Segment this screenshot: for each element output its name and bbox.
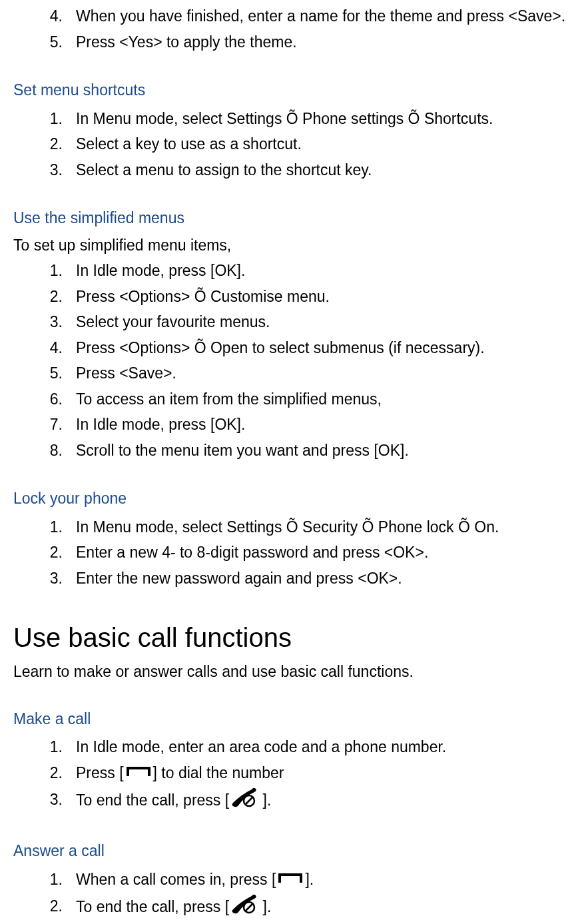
item-number: 1. [43,107,63,131]
list-item: 5. Press <Yes> to apply the theme. [55,29,573,55]
list-item: 3. Select a menu to assign to the shortc… [55,157,573,183]
item-number: 3. [43,567,63,590]
heading-lock-phone: Lock your phone [13,487,573,510]
item-number: 2. [43,541,63,564]
item-text: In Menu mode, select Settings Õ Security… [76,518,499,536]
simplified-menus-subtext: To set up simplified menu items, [13,234,573,257]
heading-set-menu-shortcuts: Set menu shortcuts [13,79,573,102]
svg-line-3 [246,904,252,911]
item-number: 1. [43,868,63,891]
item-number: 3. [43,788,63,811]
simplified-menus-list: 1. In Idle mode, press [OK]. 2. Press <O… [13,258,573,463]
item-text: In Idle mode, press [OK]. [76,262,245,279]
set-menu-shortcuts-list: 1. In Menu mode, select Settings Õ Phone… [13,106,573,183]
item-text: To access an item from the simplified me… [76,390,382,408]
item-text-before: When a call comes in, press [ [76,871,276,888]
end-call-icon [229,895,258,921]
item-text: In Idle mode, press [OK]. [76,416,245,433]
list-item: 3. Select your favourite menus. [55,309,573,335]
item-number: 2. [43,133,63,156]
item-text-after: ]. [258,791,271,809]
list-item: 4. When you have finished, enter a name … [55,3,573,29]
answer-call-list: 1. When a call comes in, press []. 2. To… [13,867,573,923]
item-text-before: To end the call, press [ [76,898,229,915]
list-item: 1. In Menu mode, select Settings Õ Phone… [55,106,573,132]
list-item: 2. Press <Options> Õ Customise menu. [55,284,573,310]
heading-simplified-menus: Use the simplified menus [13,207,573,230]
item-number: 6. [43,388,63,411]
item-text: Press <Options> Õ Customise menu. [76,288,330,305]
list-item: 5. Press <Save>. [55,360,573,386]
item-number: 1. [43,516,63,539]
item-number: 4. [43,5,63,28]
item-text: In Idle mode, enter an area code and a p… [76,738,446,755]
make-call-list: 1. In Idle mode, enter an area code and … [13,734,573,815]
call-icon [124,762,153,785]
item-number: 2. [43,285,63,308]
item-number: 7. [43,413,63,436]
list-item: 4. Press <Options> Õ Open to select subm… [55,335,573,361]
list-item: 1. When a call comes in, press []. [55,867,573,893]
theme-steps-continued: 4. When you have finished, enter a name … [13,3,573,55]
item-number: 2. [43,761,63,785]
item-number: 5. [43,362,63,385]
item-number: 8. [43,439,63,462]
list-item: 3. To end the call, press [ ]. [55,787,573,816]
end-call-icon [229,788,258,815]
heading-answer-a-call: Answer a call [13,839,573,863]
item-number: 3. [43,159,63,182]
item-text-after: ] to dial the number [153,764,284,781]
heading-basic-call-functions: Use basic call functions [13,618,573,658]
item-text: Press <Yes> to apply the theme. [76,33,297,51]
item-text: Scroll to the menu item you want and pre… [76,442,409,459]
heading-make-a-call: Make a call [13,707,573,731]
item-number: 4. [43,336,63,360]
list-item: 7. In Idle mode, press [OK]. [55,412,573,438]
item-number: 5. [43,31,63,54]
item-text: In Menu mode, select Settings Õ Phone se… [76,110,493,127]
list-item: 1. In Idle mode, enter an area code and … [55,734,573,760]
item-text: Select your favourite menus. [76,313,270,330]
list-item: 2. Enter a new 4- to 8-digit password an… [55,540,573,566]
item-number: 1. [43,259,63,282]
list-item: 2. Select a key to use as a shortcut. [55,131,573,157]
item-text: When you have finished, enter a name for… [76,7,565,25]
item-text-after: ]. [305,871,314,888]
list-item: 6. To access an item from the simplified… [55,386,573,412]
item-number: 2. [43,895,63,918]
list-item: 8. Scroll to the menu item you want and … [55,438,573,464]
item-text: Enter a new 4- to 8-digit password and p… [76,544,428,561]
list-item: 2. To end the call, press [ ]. [55,893,573,923]
call-icon [276,869,305,892]
list-item: 1. In Menu mode, select Settings Õ Secur… [55,514,573,540]
list-item: 2. Press [] to dial the number [55,760,573,787]
item-text-before: To end the call, press [ [76,791,229,809]
item-text: Press <Options> Õ Open to select submenu… [76,339,485,356]
item-text-after: ]. [258,898,271,915]
item-text-before: Press [ [76,764,124,781]
list-item: 1. In Idle mode, press [OK]. [55,258,573,284]
item-text: Select a key to use as a shortcut. [76,135,302,153]
svg-line-1 [246,797,252,804]
item-number: 3. [43,310,63,334]
lock-phone-list: 1. In Menu mode, select Settings Õ Secur… [13,514,573,592]
list-item: 3. Enter the new password again and pres… [55,566,573,592]
item-text: Enter the new password again and press <… [76,570,402,587]
item-text: Select a menu to assign to the shortcut … [76,161,372,179]
item-number: 1. [43,735,63,759]
basic-call-intro: Learn to make or answer calls and use ba… [13,660,573,684]
item-text: Press <Save>. [76,364,176,382]
